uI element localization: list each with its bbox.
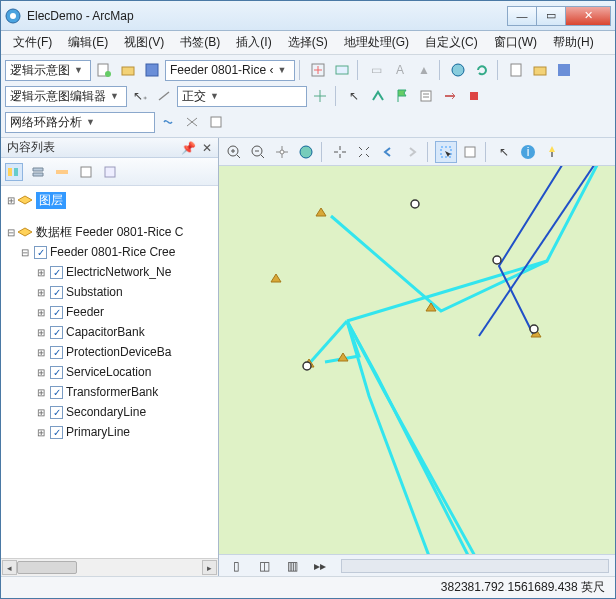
expand-icon[interactable]: ⊞ [5,195,17,206]
expand-icon[interactable]: ⊞ [35,267,47,278]
analysis-combo[interactable]: 网络环路分析▼ [5,112,155,133]
menu-file[interactable]: 文件(F) [5,34,60,51]
new-doc-icon[interactable] [505,59,527,81]
expand-icon[interactable]: ⊞ [35,287,47,298]
scroll-thumb[interactable] [17,561,77,574]
open-doc-icon[interactable] [529,59,551,81]
analysis-list-icon[interactable] [205,111,227,133]
edit-line-icon[interactable] [153,85,175,107]
expand-icon[interactable]: ⊞ [35,347,47,358]
menu-insert[interactable]: 插入(I) [228,34,279,51]
layer-tree[interactable]: ⊞ 图层 ⊟ 数据框 Feeder 0801-Rice C ⊟ ✓ Feeder… [1,186,218,558]
select-features-icon[interactable] [435,141,457,163]
title-bar[interactable]: ElecDemo - ArcMap — ▭ ✕ [1,1,615,31]
save-doc-icon[interactable] [553,59,575,81]
flow-icon[interactable] [439,85,461,107]
schematic-editor-menu[interactable]: 逻辑示意图编辑器▼ [5,86,127,107]
layer-node[interactable]: ⊞✓SecondaryLine [3,402,216,422]
forward-extent-icon[interactable] [401,141,423,163]
layer-node[interactable]: ⊞✓CapacitorBank [3,322,216,342]
list-by-selection-icon[interactable] [77,163,95,181]
results-icon[interactable] [415,85,437,107]
map-scrollbar[interactable] [341,559,609,573]
layout-icon[interactable] [307,59,329,81]
layer-node[interactable]: ⊞✓Feeder [3,302,216,322]
expand-icon[interactable]: ⊞ [35,327,47,338]
fixed-zoom-in-icon[interactable] [329,141,351,163]
pause-drawing-icon[interactable]: ▸▸ [309,555,331,577]
horizontal-scrollbar[interactable]: ◂ ▸ [1,558,218,576]
menu-window[interactable]: 窗口(W) [486,34,545,51]
edit-pointer-icon[interactable]: ↖₊ [129,85,151,107]
checkbox[interactable]: ✓ [50,266,63,279]
select-arrow-icon[interactable]: ↖ [343,85,365,107]
menu-help[interactable]: 帮助(H) [545,34,602,51]
pin-icon[interactable]: 📌 [181,141,196,155]
collapse-icon[interactable]: ⊟ [19,247,31,258]
pointer-icon[interactable]: ↖ [493,141,515,163]
list-by-drawing-icon[interactable] [5,163,23,181]
clear-selection-icon[interactable] [459,141,481,163]
expand-icon[interactable]: ⊞ [35,427,47,438]
checkbox[interactable]: ✓ [50,366,63,379]
layer-node[interactable]: ⊞✓ServiceLocation [3,362,216,382]
tree-root[interactable]: ⊞ 图层 [3,190,216,210]
layer-node[interactable]: ⊞✓ProtectionDeviceBa [3,342,216,362]
refresh-icon[interactable] [471,59,493,81]
list-by-source-icon[interactable] [29,163,47,181]
checkbox[interactable]: ✓ [34,246,47,259]
scroll-left-icon[interactable]: ◂ [2,560,17,575]
options-icon[interactable] [101,163,119,181]
layer-node[interactable]: ⊞✓PrimaryLine [3,422,216,442]
zoom-out-icon[interactable] [247,141,269,163]
refresh-view-icon[interactable]: ▥ [281,555,303,577]
dataframe-node[interactable]: ⊟ 数据框 Feeder 0801-Rice C [3,222,216,242]
group-node[interactable]: ⊟ ✓ Feeder 0801-Rice Cree [3,242,216,262]
checkbox[interactable]: ✓ [50,346,63,359]
fixed-zoom-out-icon[interactable] [353,141,375,163]
minimize-button[interactable]: — [507,6,537,26]
menu-geoprocessing[interactable]: 地理处理(G) [336,34,417,51]
maximize-button[interactable]: ▭ [536,6,566,26]
open-schematic-icon[interactable] [117,59,139,81]
expand-icon[interactable]: ⊞ [35,367,47,378]
identify-icon[interactable]: i [517,141,539,163]
list-by-visibility-icon[interactable] [53,163,71,181]
flag-icon[interactable] [391,85,413,107]
checkbox[interactable]: ✓ [50,286,63,299]
checkbox[interactable]: ✓ [50,326,63,339]
expand-icon[interactable]: ⊞ [35,407,47,418]
scroll-right-icon[interactable]: ▸ [202,560,217,575]
feeder-combo[interactable]: Feeder 0801-Rice ‹▼ [165,60,295,81]
schematic-menu[interactable]: 逻辑示意图▼ [5,60,91,81]
layout-view-icon[interactable]: ◫ [253,555,275,577]
data-view-icon[interactable]: ▯ [225,555,247,577]
collapse-icon[interactable]: ⊟ [5,227,17,238]
back-extent-icon[interactable] [377,141,399,163]
expand-icon[interactable]: ⊞ [35,307,47,318]
close-panel-icon[interactable]: ✕ [202,141,212,155]
full-extent-icon[interactable] [295,141,317,163]
new-schematic-icon[interactable] [93,59,115,81]
menu-edit[interactable]: 编辑(E) [60,34,116,51]
map-canvas[interactable] [219,166,615,554]
zoom-in-icon[interactable] [223,141,245,163]
layout-mode-combo[interactable]: 正交▼ [177,86,307,107]
analysis-settings-icon[interactable] [181,111,203,133]
checkbox[interactable]: ✓ [50,426,63,439]
layer-node[interactable]: ⊞✓TransformerBank [3,382,216,402]
close-button[interactable]: ✕ [565,6,611,26]
menu-view[interactable]: 视图(V) [116,34,172,51]
layer-node[interactable]: ⊞✓Substation [3,282,216,302]
layer-node[interactable]: ⊞✓ElectricNetwork_Ne [3,262,216,282]
menu-customize[interactable]: 自定义(C) [417,34,486,51]
globe-icon[interactable] [447,59,469,81]
update-icon[interactable] [331,59,353,81]
expand-icon[interactable]: ⊞ [35,387,47,398]
save-schematic-icon[interactable] [141,59,163,81]
menu-selection[interactable]: 选择(S) [280,34,336,51]
stop-icon[interactable] [463,85,485,107]
pan-icon[interactable] [271,141,293,163]
trace-icon[interactable] [367,85,389,107]
menu-bookmarks[interactable]: 书签(B) [172,34,228,51]
